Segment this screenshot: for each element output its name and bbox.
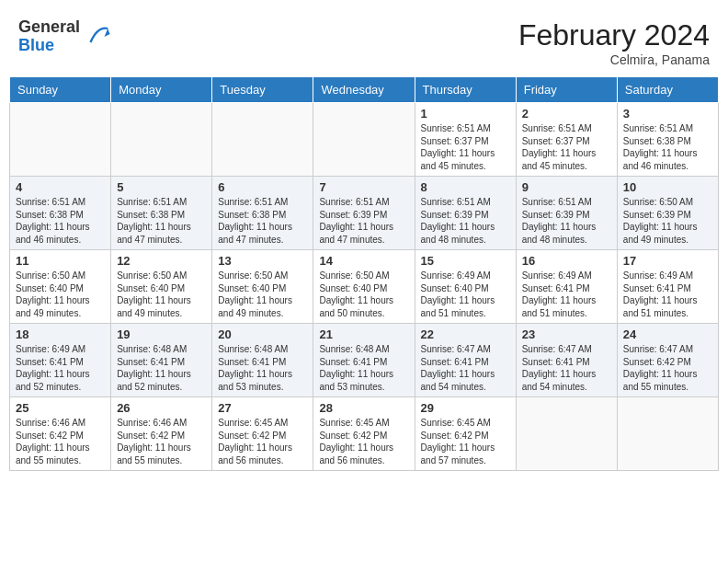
calendar-cell: 26Sunrise: 6:46 AMSunset: 6:42 PMDayligh… <box>111 397 212 471</box>
title-block: February 2024 Celmira, Panama <box>518 18 710 67</box>
day-info: Sunrise: 6:51 AMSunset: 6:39 PMDaylight:… <box>522 196 611 246</box>
day-number: 17 <box>623 254 712 268</box>
calendar-week-row: 25Sunrise: 6:46 AMSunset: 6:42 PMDayligh… <box>10 397 719 471</box>
calendar-cell: 9Sunrise: 6:51 AMSunset: 6:39 PMDaylight… <box>516 177 617 250</box>
day-info: Sunrise: 6:49 AMSunset: 6:41 PMDaylight:… <box>623 270 712 319</box>
logo-icon <box>84 23 111 51</box>
calendar-cell: 1Sunrise: 6:51 AMSunset: 6:37 PMDaylight… <box>415 103 516 177</box>
calendar-cell: 28Sunrise: 6:45 AMSunset: 6:42 PMDayligh… <box>313 397 415 471</box>
calendar-week-row: 4Sunrise: 6:51 AMSunset: 6:38 PMDaylight… <box>10 177 719 250</box>
day-info: Sunrise: 6:50 AMSunset: 6:40 PMDaylight:… <box>319 270 408 319</box>
day-number: 4 <box>16 180 105 194</box>
calendar-cell <box>10 103 111 177</box>
day-number: 23 <box>522 327 611 341</box>
calendar-cell <box>111 103 212 177</box>
day-info: Sunrise: 6:51 AMSunset: 6:37 PMDaylight:… <box>421 122 510 172</box>
day-number: 24 <box>623 327 712 341</box>
day-info: Sunrise: 6:47 AMSunset: 6:42 PMDaylight:… <box>623 343 712 393</box>
day-info: Sunrise: 6:50 AMSunset: 6:40 PMDaylight:… <box>16 270 105 319</box>
day-info: Sunrise: 6:49 AMSunset: 6:41 PMDaylight:… <box>16 343 105 393</box>
day-info: Sunrise: 6:51 AMSunset: 6:38 PMDaylight:… <box>218 196 307 246</box>
day-info: Sunrise: 6:50 AMSunset: 6:40 PMDaylight:… <box>117 270 206 319</box>
logo: General Blue <box>18 18 111 55</box>
day-info: Sunrise: 6:48 AMSunset: 6:41 PMDaylight:… <box>117 343 206 393</box>
day-number: 18 <box>16 327 105 341</box>
calendar-cell: 3Sunrise: 6:51 AMSunset: 6:38 PMDaylight… <box>617 103 718 177</box>
day-info: Sunrise: 6:45 AMSunset: 6:42 PMDaylight:… <box>421 417 510 466</box>
day-number: 25 <box>16 401 105 415</box>
day-info: Sunrise: 6:50 AMSunset: 6:39 PMDaylight:… <box>623 196 712 246</box>
calendar-cell: 11Sunrise: 6:50 AMSunset: 6:40 PMDayligh… <box>10 250 111 324</box>
calendar-cell: 6Sunrise: 6:51 AMSunset: 6:38 PMDaylight… <box>212 177 313 250</box>
day-number: 11 <box>16 254 105 268</box>
day-number: 8 <box>421 180 510 194</box>
day-number: 20 <box>218 327 307 341</box>
col-header-friday: Friday <box>516 77 617 103</box>
calendar-cell: 5Sunrise: 6:51 AMSunset: 6:38 PMDaylight… <box>111 177 212 250</box>
day-number: 21 <box>319 327 408 341</box>
calendar-cell: 23Sunrise: 6:47 AMSunset: 6:41 PMDayligh… <box>516 324 617 397</box>
day-info: Sunrise: 6:46 AMSunset: 6:42 PMDaylight:… <box>117 417 206 466</box>
day-number: 16 <box>522 254 611 268</box>
day-number: 26 <box>117 401 206 415</box>
day-info: Sunrise: 6:48 AMSunset: 6:41 PMDaylight:… <box>218 343 307 393</box>
day-info: Sunrise: 6:49 AMSunset: 6:41 PMDaylight:… <box>522 270 611 319</box>
location: Celmira, Panama <box>518 52 710 67</box>
calendar-cell: 22Sunrise: 6:47 AMSunset: 6:41 PMDayligh… <box>415 324 516 397</box>
calendar-week-row: 18Sunrise: 6:49 AMSunset: 6:41 PMDayligh… <box>10 324 719 397</box>
day-info: Sunrise: 6:47 AMSunset: 6:41 PMDaylight:… <box>421 343 510 393</box>
day-number: 12 <box>117 254 206 268</box>
calendar-cell: 7Sunrise: 6:51 AMSunset: 6:39 PMDaylight… <box>313 177 415 250</box>
day-number: 29 <box>421 401 510 415</box>
calendar-header-row: SundayMondayTuesdayWednesdayThursdayFrid… <box>10 77 719 103</box>
logo-text: General Blue <box>18 18 80 55</box>
day-number: 15 <box>421 254 510 268</box>
day-number: 13 <box>218 254 307 268</box>
day-number: 28 <box>319 401 408 415</box>
calendar-cell: 27Sunrise: 6:45 AMSunset: 6:42 PMDayligh… <box>212 397 313 471</box>
calendar-cell: 21Sunrise: 6:48 AMSunset: 6:41 PMDayligh… <box>313 324 415 397</box>
month-year: February 2024 <box>518 18 710 52</box>
day-number: 1 <box>421 107 510 121</box>
day-info: Sunrise: 6:46 AMSunset: 6:42 PMDaylight:… <box>16 417 105 466</box>
page-header: General Blue February 2024 Celmira, Pana… <box>9 9 719 72</box>
calendar-cell <box>617 397 718 471</box>
calendar-cell: 15Sunrise: 6:49 AMSunset: 6:40 PMDayligh… <box>415 250 516 324</box>
calendar-cell <box>313 103 415 177</box>
calendar-cell: 16Sunrise: 6:49 AMSunset: 6:41 PMDayligh… <box>516 250 617 324</box>
col-header-wednesday: Wednesday <box>313 77 415 103</box>
day-number: 14 <box>319 254 408 268</box>
day-info: Sunrise: 6:47 AMSunset: 6:41 PMDaylight:… <box>522 343 611 393</box>
calendar-cell: 29Sunrise: 6:45 AMSunset: 6:42 PMDayligh… <box>415 397 516 471</box>
day-info: Sunrise: 6:51 AMSunset: 6:38 PMDaylight:… <box>117 196 206 246</box>
day-number: 9 <box>522 180 611 194</box>
day-info: Sunrise: 6:51 AMSunset: 6:38 PMDaylight:… <box>16 196 105 246</box>
calendar-cell: 18Sunrise: 6:49 AMSunset: 6:41 PMDayligh… <box>10 324 111 397</box>
calendar-cell: 2Sunrise: 6:51 AMSunset: 6:37 PMDaylight… <box>516 103 617 177</box>
col-header-thursday: Thursday <box>415 77 516 103</box>
day-info: Sunrise: 6:45 AMSunset: 6:42 PMDaylight:… <box>319 417 408 466</box>
calendar-cell: 19Sunrise: 6:48 AMSunset: 6:41 PMDayligh… <box>111 324 212 397</box>
day-info: Sunrise: 6:51 AMSunset: 6:38 PMDaylight:… <box>623 122 712 172</box>
calendar-cell: 20Sunrise: 6:48 AMSunset: 6:41 PMDayligh… <box>212 324 313 397</box>
calendar-week-row: 11Sunrise: 6:50 AMSunset: 6:40 PMDayligh… <box>10 250 719 324</box>
calendar-cell: 25Sunrise: 6:46 AMSunset: 6:42 PMDayligh… <box>10 397 111 471</box>
calendar-cell: 12Sunrise: 6:50 AMSunset: 6:40 PMDayligh… <box>111 250 212 324</box>
day-info: Sunrise: 6:49 AMSunset: 6:40 PMDaylight:… <box>421 270 510 319</box>
calendar-cell <box>212 103 313 177</box>
calendar-cell: 17Sunrise: 6:49 AMSunset: 6:41 PMDayligh… <box>617 250 718 324</box>
col-header-tuesday: Tuesday <box>212 77 313 103</box>
calendar-cell: 8Sunrise: 6:51 AMSunset: 6:39 PMDaylight… <box>415 177 516 250</box>
day-number: 7 <box>319 180 408 194</box>
day-number: 22 <box>421 327 510 341</box>
logo-general: General <box>18 18 80 37</box>
day-info: Sunrise: 6:48 AMSunset: 6:41 PMDaylight:… <box>319 343 408 393</box>
day-number: 6 <box>218 180 307 194</box>
calendar-week-row: 1Sunrise: 6:51 AMSunset: 6:37 PMDaylight… <box>10 103 719 177</box>
day-info: Sunrise: 6:50 AMSunset: 6:40 PMDaylight:… <box>218 270 307 319</box>
day-number: 3 <box>623 107 712 121</box>
day-number: 27 <box>218 401 307 415</box>
day-info: Sunrise: 6:51 AMSunset: 6:39 PMDaylight:… <box>421 196 510 246</box>
calendar-cell: 13Sunrise: 6:50 AMSunset: 6:40 PMDayligh… <box>212 250 313 324</box>
calendar-cell: 4Sunrise: 6:51 AMSunset: 6:38 PMDaylight… <box>10 177 111 250</box>
